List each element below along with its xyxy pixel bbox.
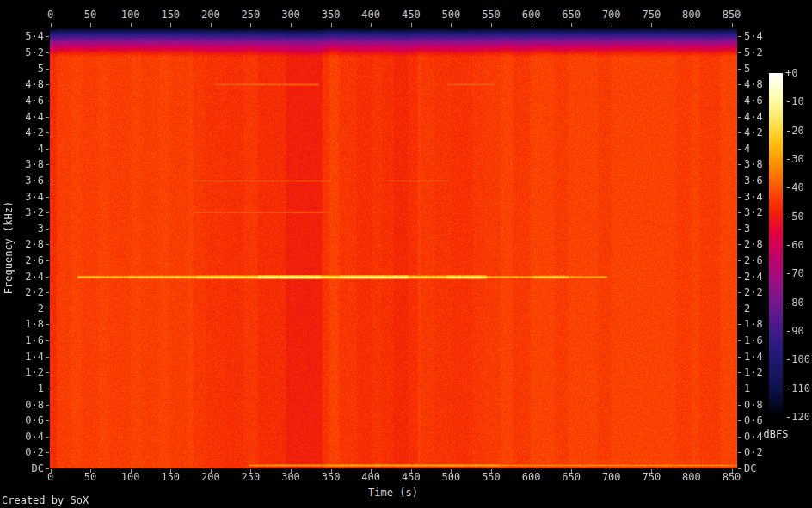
freq-tick-label-right: 2·6 (744, 254, 787, 267)
time-tick-mark (170, 23, 171, 27)
freq-tick-mark (46, 277, 49, 278)
freq-tick-mark (46, 69, 49, 70)
time-tick-label-top: 700 (590, 8, 633, 21)
freq-tick-mark (738, 340, 741, 341)
freq-tick-mark (46, 260, 49, 261)
freq-tick-mark (738, 181, 741, 181)
time-tick-label-top: 400 (349, 8, 392, 21)
freq-tick-mark (738, 36, 741, 37)
freq-tick-mark (738, 149, 741, 150)
freq-tick-mark (738, 132, 741, 133)
time-tick-label-bottom: 650 (550, 470, 593, 484)
time-tick-label-bottom: 800 (670, 470, 713, 484)
time-tick-label-bottom: 350 (310, 470, 353, 484)
freq-tick-mark (46, 468, 49, 469)
time-tick-mark (211, 23, 212, 27)
freq-tick-mark (738, 260, 741, 261)
time-tick-label-bottom: 450 (390, 470, 433, 484)
freq-tick-label-left: 1·2 (0, 365, 44, 379)
freq-tick-mark (738, 197, 741, 198)
time-tick-label-bottom: 100 (109, 470, 152, 484)
freq-tick-label-left: 1 (0, 382, 44, 395)
freq-tick-label-left: 1·6 (0, 334, 44, 347)
colorbar-tick-label: -60 (785, 238, 812, 252)
time-tick-mark (692, 23, 692, 27)
frequency-axis-title: Frequency (kHz) (2, 187, 15, 308)
colorbar-tick-label: +0 (785, 66, 812, 80)
freq-tick-label-right: 3·8 (744, 157, 787, 171)
time-tick-label-top: 200 (189, 8, 232, 21)
time-tick-mark (131, 23, 132, 27)
freq-tick-mark (46, 437, 49, 438)
freq-tick-mark (46, 149, 49, 150)
freq-tick-label-left: 5 (0, 62, 44, 76)
time-tick-mark (331, 23, 332, 27)
time-tick-label-bottom: 400 (349, 470, 392, 484)
colorbar-tick-label: -120 (785, 410, 812, 424)
time-tick-label-bottom: 150 (149, 470, 192, 484)
time-tick-mark (411, 23, 412, 27)
time-tick-label-bottom: 200 (189, 470, 232, 484)
freq-tick-mark (46, 405, 49, 406)
freq-tick-mark (46, 324, 49, 325)
freq-tick-mark (46, 292, 49, 293)
time-tick-mark (90, 23, 91, 27)
time-tick-mark (250, 23, 251, 27)
time-tick-mark (491, 23, 492, 27)
freq-tick-mark (738, 84, 741, 85)
time-tick-label-top: 850 (710, 8, 754, 21)
colorbar-tick-label: -90 (785, 324, 812, 338)
colorbar-tick-label: -10 (785, 95, 812, 108)
freq-tick-mark (738, 229, 741, 230)
time-tick-label-top: 500 (429, 8, 472, 21)
freq-tick-label-right: 1 (744, 382, 787, 395)
colorbar-tick-label: -100 (785, 352, 812, 366)
freq-tick-mark (46, 212, 49, 213)
freq-tick-label-left: 0·6 (0, 413, 44, 427)
time-tick-mark (651, 23, 652, 27)
freq-tick-label-right: 1·4 (744, 350, 787, 364)
freq-tick-label-right: 4·2 (744, 125, 787, 139)
colorbar-tick-label: -50 (785, 210, 812, 223)
freq-tick-label-right: 4·6 (744, 94, 787, 107)
time-tick-mark (571, 23, 572, 27)
time-tick-mark (732, 23, 733, 27)
freq-tick-label-right: 3·2 (744, 205, 787, 219)
freq-tick-label-left: 4·4 (0, 110, 44, 124)
freq-tick-mark (46, 117, 49, 118)
freq-tick-mark (46, 101, 49, 101)
freq-tick-mark (738, 164, 741, 165)
colorbar-tick-label: -30 (785, 152, 812, 166)
time-tick-label-top: 800 (670, 8, 713, 21)
time-tick-label-bottom: 600 (510, 470, 553, 484)
freq-tick-mark (738, 309, 741, 309)
freq-tick-label-left: 3·6 (0, 174, 44, 187)
freq-tick-mark (738, 468, 741, 469)
time-tick-label-top: 600 (510, 8, 553, 21)
freq-tick-mark (46, 389, 49, 389)
freq-tick-mark (738, 324, 741, 325)
freq-tick-label-right: 1·2 (744, 365, 787, 379)
freq-tick-label-left: DC (0, 462, 44, 475)
freq-tick-mark (738, 389, 741, 389)
time-tick-label-top: 550 (470, 8, 513, 21)
time-tick-mark (371, 23, 372, 27)
time-tick-label-top: 750 (630, 8, 673, 21)
freq-tick-mark (738, 117, 741, 118)
freq-tick-label-left: 0·8 (0, 398, 44, 412)
time-axis-title: Time (s) (49, 486, 737, 499)
freq-tick-label-right: 5·2 (744, 46, 787, 59)
freq-tick-mark (46, 52, 49, 53)
freq-tick-label-right: 4·4 (744, 110, 787, 124)
freq-tick-label-left: 5·4 (0, 29, 44, 43)
sox-spectrogram-window: 0050501001001501502002002502503003003503… (0, 0, 812, 508)
time-tick-mark (451, 23, 452, 27)
time-tick-mark (612, 23, 612, 27)
time-tick-mark (51, 23, 52, 27)
freq-tick-label-left: 4·2 (0, 125, 44, 139)
freq-tick-label-right: 4·8 (744, 77, 787, 91)
time-tick-label-top: 100 (109, 8, 152, 21)
time-tick-label-top: 650 (550, 8, 593, 21)
freq-tick-label-right: DC (744, 462, 787, 475)
freq-tick-mark (46, 340, 49, 341)
